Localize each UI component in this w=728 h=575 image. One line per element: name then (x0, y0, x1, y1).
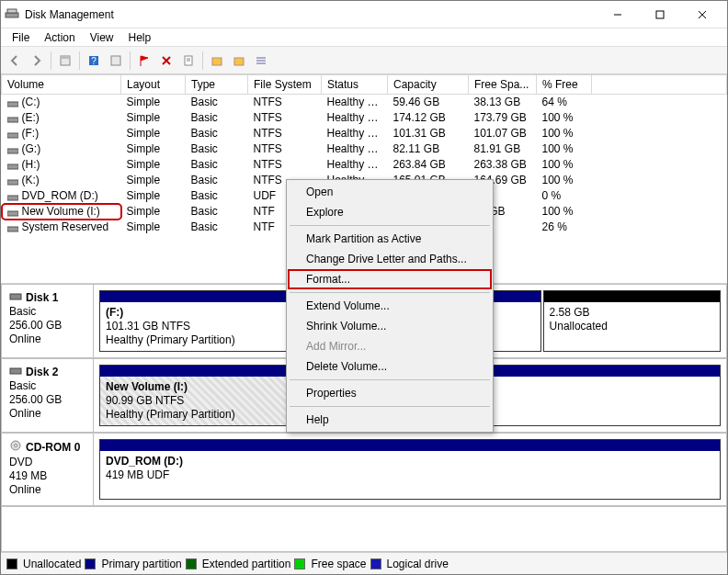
svg-point-31 (15, 445, 17, 447)
svg-rect-27 (7, 227, 18, 231)
settings-button[interactable] (106, 51, 126, 71)
app-icon (5, 7, 19, 22)
svg-text:?: ? (91, 56, 97, 66)
svg-rect-25 (7, 196, 18, 200)
forward-button[interactable] (27, 51, 47, 71)
maximize-button[interactable] (639, 1, 681, 28)
svg-rect-16 (256, 57, 266, 59)
drive-icon (7, 145, 18, 154)
disk1-label[interactable]: Disk 1 Basic 256.00 GB Online (2, 285, 94, 357)
show-hide-button[interactable] (55, 51, 75, 71)
svg-rect-19 (7, 102, 18, 107)
svg-rect-29 (10, 368, 21, 374)
disk1-part2[interactable]: 2.58 GB Unallocated (543, 290, 721, 352)
menu-view[interactable]: View (83, 29, 121, 46)
svg-rect-0 (6, 13, 18, 17)
ctx-explore[interactable]: Explore (288, 202, 492, 222)
flag-icon[interactable] (134, 51, 154, 71)
folder2-icon[interactable] (229, 51, 249, 71)
menu-file[interactable]: File (5, 29, 37, 46)
drive-icon (7, 161, 18, 170)
ctx-open[interactable]: Open (288, 182, 492, 202)
svg-rect-3 (656, 11, 664, 18)
titlebar[interactable]: Disk Management (1, 1, 727, 28)
ctx-help[interactable]: Help (288, 410, 492, 430)
disk-icon (9, 290, 22, 304)
back-button[interactable] (5, 51, 25, 71)
col-status[interactable]: Status (322, 75, 388, 95)
svg-rect-7 (61, 56, 70, 59)
volume-row[interactable]: (C:)SimpleBasicNTFSHealthy (B...59.46 GB… (2, 95, 727, 110)
legend-free-swatch (294, 558, 305, 569)
col-capacity[interactable]: Capacity (388, 75, 469, 95)
help-button[interactable]: ? (84, 51, 104, 71)
delete-icon[interactable] (156, 51, 176, 71)
svg-rect-24 (7, 180, 18, 185)
svg-rect-23 (7, 164, 18, 169)
drive-icon (7, 208, 18, 217)
svg-rect-18 (256, 62, 266, 64)
cdrom-label[interactable]: CD-ROM 0 DVD 419 MB Online (2, 434, 94, 505)
drive-icon (7, 192, 18, 201)
svg-rect-26 (7, 211, 18, 216)
volume-row[interactable]: (E:)SimpleBasicNTFSHealthy (P...174.12 G… (2, 110, 727, 126)
cd-icon (9, 439, 22, 455)
volume-row[interactable]: (H:)SimpleBasicNTFSHealthy (L...263.84 G… (2, 157, 727, 173)
col-fs[interactable]: File System (248, 75, 322, 95)
svg-rect-14 (212, 58, 222, 65)
drive-icon (7, 223, 18, 232)
col-layout[interactable]: Layout (121, 75, 186, 95)
toolbar: ? (1, 47, 727, 74)
disk-management-window: Disk Management File Action View Help ? (0, 0, 728, 575)
ctx-properties[interactable]: Properties (288, 383, 492, 403)
svg-rect-21 (7, 133, 18, 138)
disk-row-3: CD-ROM 0 DVD 419 MB Online DVD_ROM (D:) … (2, 434, 726, 507)
drive-icon (7, 176, 18, 186)
svg-rect-22 (7, 149, 18, 153)
drive-icon (7, 98, 18, 107)
list-icon[interactable] (251, 51, 271, 71)
ctx-mark-active[interactable]: Mark Partition as Active (288, 229, 492, 249)
col-volume[interactable]: Volume (2, 75, 121, 95)
col-type[interactable]: Type (186, 75, 248, 95)
menu-help[interactable]: Help (121, 29, 159, 46)
ctx-format[interactable]: Format... (288, 269, 492, 289)
svg-rect-17 (256, 60, 266, 62)
context-menu: Open Explore Mark Partition as Active Ch… (286, 179, 494, 433)
disk-icon (9, 365, 22, 378)
menubar: File Action View Help (1, 28, 727, 47)
minimize-button[interactable] (597, 1, 639, 28)
legend: Unallocated Primary partition Extended p… (1, 552, 727, 574)
volume-row[interactable]: (G:)SimpleBasicNTFSHealthy (P...82.11 GB… (2, 141, 727, 157)
menu-action[interactable]: Action (37, 29, 82, 46)
svg-rect-28 (10, 294, 21, 299)
svg-rect-10 (111, 56, 120, 65)
col-pct[interactable]: % Free (537, 75, 592, 95)
ctx-delete[interactable]: Delete Volume... (288, 356, 492, 377)
svg-rect-20 (7, 118, 18, 122)
close-button[interactable] (681, 1, 723, 28)
folder-icon[interactable] (207, 51, 227, 71)
ctx-shrink[interactable]: Shrink Volume... (288, 316, 492, 336)
col-free[interactable]: Free Spa... (469, 75, 537, 95)
legend-primary-swatch (85, 558, 96, 569)
ctx-extend[interactable]: Extend Volume... (288, 296, 492, 316)
ctx-mirror: Add Mirror... (288, 336, 492, 356)
svg-rect-15 (234, 58, 244, 65)
ctx-change-letter[interactable]: Change Drive Letter and Paths... (288, 249, 492, 269)
svg-rect-1 (7, 9, 17, 13)
header-row[interactable]: Volume Layout Type File System Status Ca… (2, 75, 727, 95)
legend-unalloc-swatch (6, 558, 17, 569)
legend-logical-swatch (370, 558, 381, 569)
window-title: Disk Management (25, 8, 597, 21)
volume-row[interactable]: (F:)SimpleBasicNTFSHealthy (P...101.31 G… (2, 126, 727, 141)
drive-icon (7, 130, 18, 139)
legend-extended-swatch (186, 558, 197, 569)
col-blank[interactable] (592, 75, 727, 95)
properties-icon[interactable] (178, 51, 199, 71)
drive-icon (7, 114, 18, 123)
disk2-label[interactable]: Disk 2 Basic 256.00 GB Online (2, 359, 94, 432)
cdrom-part[interactable]: DVD_ROM (D:) 419 MB UDF (99, 439, 721, 500)
